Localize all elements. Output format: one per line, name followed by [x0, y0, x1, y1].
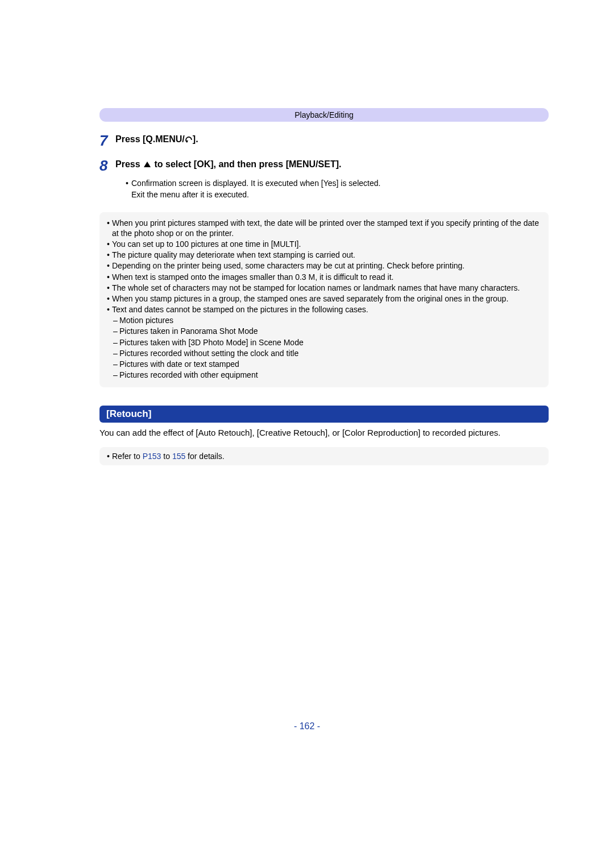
bullet-dot: • [107, 452, 112, 461]
page-link-155[interactable]: 155 [172, 452, 185, 461]
dash-bullet: – [113, 337, 119, 348]
refer-post: for details. [185, 452, 224, 461]
step-sub-text-cont: Exit the menu after it is executed. [126, 189, 549, 200]
refer-mid: to [161, 452, 172, 461]
section-header: Playback/Editing [99, 108, 549, 122]
note-sub-text: Pictures recorded without setting the cl… [119, 348, 298, 358]
bullet-dot: • [107, 283, 112, 293]
note-text: The whole set of characters may not be s… [112, 283, 541, 293]
note-sub-text: Pictures taken in Panorama Shot Mode [119, 326, 258, 336]
refer-text: Refer to P153 to 155 for details. [112, 452, 225, 461]
bullet-dot: • [107, 218, 112, 238]
return-icon [185, 135, 193, 145]
dash-bullet: – [113, 359, 119, 369]
refer-box: • Refer to P153 to 155 for details. [99, 447, 549, 465]
bullet-dot: • [107, 304, 112, 315]
note-sub-text: Pictures taken with [3D Photo Mode] in S… [119, 337, 304, 348]
step-7: 7 Press [Q.MENU/]. [99, 133, 549, 148]
note-sub-text: Pictures recorded with other equipment [119, 370, 258, 380]
note-sub-text: Motion pictures [119, 315, 173, 325]
dash-bullet: – [113, 326, 119, 336]
dash-bullet: – [113, 348, 119, 358]
bullet-dot: • [107, 261, 112, 271]
notes-box: •When you print pictures stamped with te… [99, 212, 549, 388]
bullet-dot: • [107, 239, 112, 249]
note-text: When you print pictures stamped with tex… [112, 218, 541, 238]
dash-bullet: – [113, 315, 119, 325]
step-title: Press to select [OK], and then press [ME… [115, 159, 549, 170]
note-text: Text and dates cannot be stamped on the … [112, 304, 541, 315]
step-title: Press [Q.MENU/]. [115, 134, 549, 145]
page-link-p153[interactable]: P153 [143, 452, 161, 461]
dash-bullet: – [113, 370, 119, 380]
note-sub-text: Pictures with date or text stamped [119, 359, 239, 369]
step-title-pre: Press [115, 159, 143, 169]
page-number: - 162 - [0, 721, 614, 731]
retouch-heading: [Retouch] [99, 406, 549, 423]
step-sub-text: Confirmation screen is displayed. It is … [131, 177, 380, 189]
bullet-dot: • [107, 272, 112, 282]
step-number: 7 [99, 133, 115, 148]
step-8: 8 Press to select [OK], and then press [… [99, 158, 549, 201]
note-text: The picture quality may deteriorate when… [112, 250, 541, 260]
step-title-post: to select [OK], and then press [MENU/SET… [152, 159, 341, 169]
step-title-post: ]. [193, 134, 198, 144]
note-text: Depending on the printer being used, som… [112, 261, 541, 271]
bullet-dot: • [126, 177, 131, 189]
note-text: You can set up to 100 pictures at one ti… [112, 239, 541, 249]
retouch-description: You can add the effect of [Auto Retouch]… [99, 427, 549, 439]
bullet-dot: • [107, 294, 112, 304]
up-arrow-icon [144, 162, 151, 167]
step-title-pre: Press [Q.MENU/ [115, 134, 185, 144]
note-text: When you stamp pictures in a group, the … [112, 294, 541, 304]
step-number: 8 [99, 158, 115, 201]
bullet-dot: • [107, 250, 112, 260]
note-text: When text is stamped onto the images sma… [112, 272, 541, 282]
refer-pre: Refer to [112, 452, 143, 461]
